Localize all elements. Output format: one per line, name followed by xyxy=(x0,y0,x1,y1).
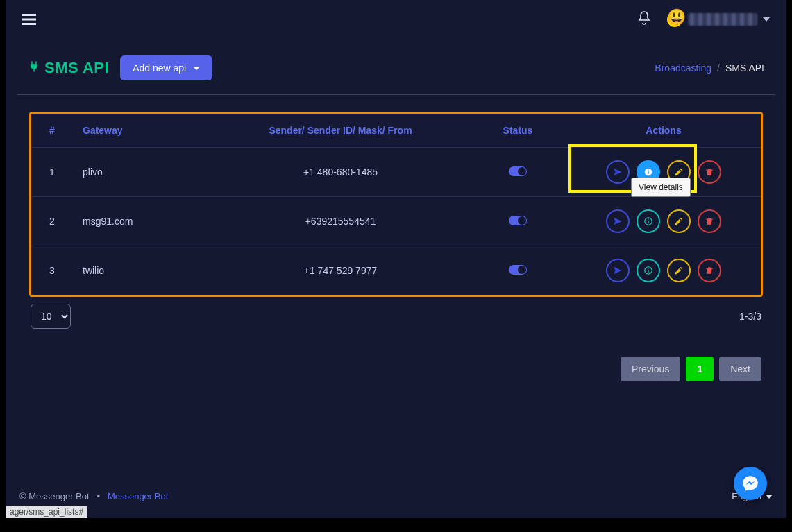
footer-dot: • xyxy=(96,491,100,501)
col-header-status: Status xyxy=(469,114,566,148)
pagination: Previous 1 Next xyxy=(17,329,775,398)
browser-status-strip: ager/sms_api_lists# xyxy=(6,506,87,518)
cell-actions xyxy=(566,197,761,246)
edit-icon xyxy=(674,266,684,275)
breadcrumb-separator: / xyxy=(717,62,720,74)
sms-api-table: # Gateway Sender/ Sender ID/ Mask/ From … xyxy=(31,114,761,295)
chevron-down-icon xyxy=(766,495,773,499)
messenger-icon xyxy=(741,474,759,492)
cell-index: 2 xyxy=(31,197,73,246)
cell-index: 3 xyxy=(31,246,73,295)
table-row: 3 twilio +1 747 529 7977 xyxy=(31,246,761,295)
add-new-api-button[interactable]: Add new api xyxy=(120,55,212,80)
status-toggle[interactable] xyxy=(509,166,527,176)
col-header-index: # xyxy=(31,114,73,148)
footer: © Messenger Bot • Messenger Bot English xyxy=(6,491,786,501)
pagination-page-1[interactable]: 1 xyxy=(686,357,714,381)
plug-icon xyxy=(28,60,40,76)
edit-button[interactable] xyxy=(667,259,691,282)
info-icon xyxy=(643,216,653,226)
cell-status xyxy=(469,148,566,197)
cell-gateway: msg91.com xyxy=(73,197,212,246)
cell-gateway: plivo xyxy=(73,148,212,197)
edit-button[interactable] xyxy=(667,209,691,233)
page-title: SMS API xyxy=(28,59,109,77)
view-details-button[interactable] xyxy=(637,209,660,233)
table-footer: 10 1-3/3 xyxy=(17,297,775,329)
status-toggle[interactable] xyxy=(509,216,527,225)
add-new-api-label: Add new api xyxy=(133,62,186,74)
trash-icon xyxy=(705,266,714,275)
notifications-button[interactable] xyxy=(638,11,650,28)
cell-index: 1 xyxy=(31,148,73,197)
footer-link[interactable]: Messenger Bot xyxy=(108,491,168,501)
svg-rect-7 xyxy=(648,270,648,273)
sms-api-table-wrap: # Gateway Sender/ Sender ID/ Mask/ From … xyxy=(29,112,763,297)
svg-rect-4 xyxy=(648,221,648,223)
cell-sender: +1 747 529 7977 xyxy=(212,246,469,295)
page-title-text: SMS API xyxy=(44,59,109,77)
pagination-previous[interactable]: Previous xyxy=(621,357,680,381)
col-header-sender: Sender/ Sender ID/ Mask/ From xyxy=(212,114,469,148)
user-menu[interactable] xyxy=(667,12,770,27)
pagination-next[interactable]: Next xyxy=(719,357,761,381)
hamburger-icon xyxy=(22,14,36,25)
info-icon xyxy=(643,266,653,275)
cell-status xyxy=(469,246,566,295)
status-toggle[interactable] xyxy=(509,265,527,275)
svg-rect-8 xyxy=(648,268,648,269)
table-row: 2 msg91.com +639215554541 xyxy=(31,197,761,246)
cell-actions xyxy=(566,246,761,295)
delete-button[interactable] xyxy=(698,160,721,184)
cell-status xyxy=(469,197,566,246)
chevron-down-icon xyxy=(193,67,200,70)
page-header: SMS API Add new api Broadcasting / SMS A… xyxy=(17,50,775,95)
trash-icon xyxy=(705,167,714,177)
per-page-select[interactable]: 10 xyxy=(31,304,71,329)
cell-gateway: twilio xyxy=(73,246,212,295)
result-counter: 1-3/3 xyxy=(739,311,761,322)
send-button[interactable] xyxy=(606,259,630,282)
chevron-down-icon xyxy=(763,17,770,22)
svg-rect-5 xyxy=(648,219,648,220)
delete-button[interactable] xyxy=(698,259,721,282)
footer-copyright: © Messenger Bot xyxy=(19,491,90,501)
messenger-fab[interactable] xyxy=(734,467,767,500)
cell-sender: +639215554541 xyxy=(212,197,469,246)
paper-plane-icon xyxy=(613,266,623,275)
col-header-actions: Actions xyxy=(566,114,761,148)
col-header-gateway: Gateway xyxy=(73,114,212,148)
delete-button[interactable] xyxy=(698,209,721,233)
view-details-button[interactable] xyxy=(637,259,660,282)
breadcrumb-parent[interactable]: Broadcasting xyxy=(655,62,711,74)
breadcrumb-current: SMS API xyxy=(725,62,764,74)
edit-icon xyxy=(674,216,684,226)
menu-toggle[interactable] xyxy=(22,14,36,25)
trash-icon xyxy=(705,216,714,226)
avatar xyxy=(667,12,682,27)
breadcrumb: Broadcasting / SMS API xyxy=(655,62,764,74)
topbar xyxy=(6,0,786,39)
tooltip-view-details: View details xyxy=(631,178,691,197)
send-button[interactable] xyxy=(606,209,630,233)
bell-icon xyxy=(638,11,650,25)
cell-sender: +1 480-680-1485 xyxy=(212,148,469,197)
user-name xyxy=(688,13,757,26)
paper-plane-icon xyxy=(613,216,623,226)
